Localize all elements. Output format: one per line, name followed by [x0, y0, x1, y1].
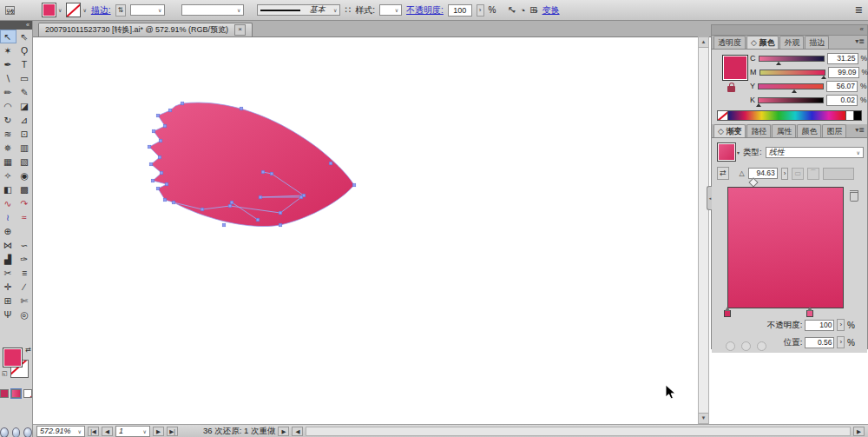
crop-area-tool[interactable]: ⊞: [0, 294, 16, 308]
K-slider-track[interactable]: [758, 97, 824, 103]
C-slider-track[interactable]: [759, 56, 825, 62]
anchor-point[interactable]: [151, 179, 155, 182]
white-swatch[interactable]: [846, 110, 854, 121]
lasso-tool[interactable]: Ϙ: [16, 43, 33, 57]
measure-tool[interactable]: ✛: [0, 280, 16, 294]
direct-selection-tool[interactable]: ⇖: [16, 30, 33, 43]
normal-screen-mode-button[interactable]: [0, 427, 9, 437]
gradient-type-select[interactable]: 线性∨: [766, 147, 864, 158]
anchor-point[interactable]: [163, 124, 167, 128]
anchor-point[interactable]: [222, 223, 226, 227]
gradient-swatch[interactable]: [717, 142, 736, 162]
smooth-tool[interactable]: ◠: [0, 99, 16, 113]
color-spectrum-bar[interactable]: [728, 110, 846, 121]
anchor-point[interactable]: [159, 139, 162, 142]
gradient-stop[interactable]: [806, 310, 813, 317]
document-tab[interactable]: 200791011523730 [转换].ai* @ 572.91% (RGB/…: [38, 23, 253, 36]
hscroll-right-icon[interactable]: ▶: [853, 427, 865, 436]
close-document-icon[interactable]: ×: [234, 24, 246, 36]
slider-pointer-icon[interactable]: [756, 103, 761, 107]
slider-pointer-icon[interactable]: [821, 76, 826, 79]
align-tool[interactable]: ≡: [16, 266, 33, 280]
flare-tool[interactable]: ≈: [16, 210, 33, 224]
eyedropper-tool[interactable]: ✧: [0, 169, 16, 182]
panel-grip[interactable]: [757, 341, 766, 351]
stop-location-stepper[interactable]: ›: [837, 336, 845, 348]
C-value-input[interactable]: 31.25: [827, 53, 858, 64]
stroke-color-swatch[interactable]: [66, 3, 81, 17]
mesh-tool[interactable]: ▦: [0, 155, 16, 169]
stroke-weight-stepper[interactable]: ⇅: [115, 4, 127, 17]
gradient-preview[interactable]: [727, 187, 844, 308]
panel-grip[interactable]: [741, 341, 751, 351]
default-fill-stroke-icon[interactable]: ◱: [2, 370, 8, 377]
opacity-input[interactable]: 100: [448, 4, 472, 17]
anchor-point[interactable]: [163, 198, 167, 202]
blend-tool[interactable]: ◉: [16, 169, 33, 182]
horizontal-scrollbar[interactable]: [306, 427, 851, 436]
current-color-swatch[interactable]: [722, 55, 748, 81]
zoom-tool[interactable]: ◎: [16, 308, 33, 321]
fill-chevron-down-icon[interactable]: ∨: [58, 7, 62, 13]
graph-tool[interactable]: ▟: [0, 252, 16, 266]
black-swatch[interactable]: [854, 110, 862, 121]
slider-pointer-icon[interactable]: [792, 89, 797, 93]
anchor-point[interactable]: [259, 195, 262, 199]
rotate-tool[interactable]: ↻: [0, 113, 16, 127]
anchor-point[interactable]: [181, 102, 184, 105]
slider-pointer-icon[interactable]: [776, 62, 781, 65]
K-value-input[interactable]: 0.02: [826, 95, 858, 106]
anchor-point[interactable]: [156, 114, 160, 117]
first-artboard-button[interactable]: |◀: [88, 427, 99, 436]
arc-tool[interactable]: ↷: [16, 196, 33, 210]
pen-tool[interactable]: ✒: [0, 57, 16, 71]
free-transform-tool[interactable]: ⊡: [16, 127, 33, 141]
live-paint-selection-tool[interactable]: ▩: [16, 182, 33, 196]
anchor-point[interactable]: [165, 182, 168, 186]
fill-proxy-swatch[interactable]: [3, 348, 23, 367]
panel-tab[interactable]: 颜色: [797, 124, 821, 137]
anchor-point[interactable]: [240, 107, 243, 110]
M-value-input[interactable]: 99.09: [828, 67, 859, 78]
fullscreen-mode-button[interactable]: [23, 427, 32, 437]
stroke-chevron-down-icon[interactable]: ∨: [82, 7, 86, 13]
control-panel-menu-icon[interactable]: ≣: [855, 4, 863, 16]
gradient-picker-chevron-icon[interactable]: ▾: [737, 149, 740, 156]
symbol-sprayer-tool[interactable]: ✵: [0, 141, 16, 155]
anchor-point[interactable]: [152, 129, 155, 133]
Y-slider-track[interactable]: [758, 83, 824, 89]
anchor-point[interactable]: [156, 187, 160, 190]
M-slider-track[interactable]: [760, 70, 825, 76]
panel-tab[interactable]: ◇ 颜色: [746, 36, 779, 49]
anchor-point[interactable]: [158, 156, 161, 159]
anchor-point[interactable]: [329, 162, 332, 165]
scallop-tool[interactable]: ∿: [0, 196, 16, 210]
reshape-tool[interactable]: ⋈: [0, 238, 16, 252]
vertical-scrollbar[interactable]: ▲ ▼: [698, 36, 709, 424]
page-tool[interactable]: ✑: [16, 252, 33, 266]
panel-grip[interactable]: [726, 341, 735, 351]
transform-link[interactable]: 变换: [542, 4, 560, 17]
anchor-point[interactable]: [279, 223, 282, 227]
scroll-up-icon[interactable]: ▲: [699, 37, 708, 48]
live-paint-bucket-tool[interactable]: ◧: [0, 182, 16, 196]
artboard-nav-select[interactable]: 1∨: [115, 426, 150, 437]
stop-opacity-stepper[interactable]: ›: [837, 319, 845, 331]
panel-menu-icon[interactable]: ▾≣: [855, 37, 865, 45]
none-mode-button[interactable]: [23, 389, 32, 398]
reverse-gradient-icon[interactable]: ⇄: [717, 167, 729, 180]
status-menu-arrow-icon[interactable]: ▶: [278, 427, 289, 436]
anchor-point[interactable]: [148, 145, 151, 149]
stop-location-input[interactable]: 0.56: [805, 337, 834, 348]
eraser-tool[interactable]: ◪: [16, 99, 33, 113]
panel-tab[interactable]: 外观: [779, 36, 804, 49]
Y-value-input[interactable]: 56.07: [826, 81, 858, 92]
anchor-point[interactable]: [201, 208, 204, 211]
angle-stepper[interactable]: ›: [781, 168, 789, 180]
brush-definition-select[interactable]: 基本∨: [257, 4, 340, 16]
zoom-level-select[interactable]: 572.91%∨: [36, 426, 85, 437]
stop-opacity-input[interactable]: 100: [805, 320, 834, 331]
swap-fill-stroke-icon[interactable]: ⇄: [25, 346, 31, 354]
anchor-point[interactable]: [160, 171, 163, 175]
fill-color-swatch[interactable]: [42, 3, 56, 17]
